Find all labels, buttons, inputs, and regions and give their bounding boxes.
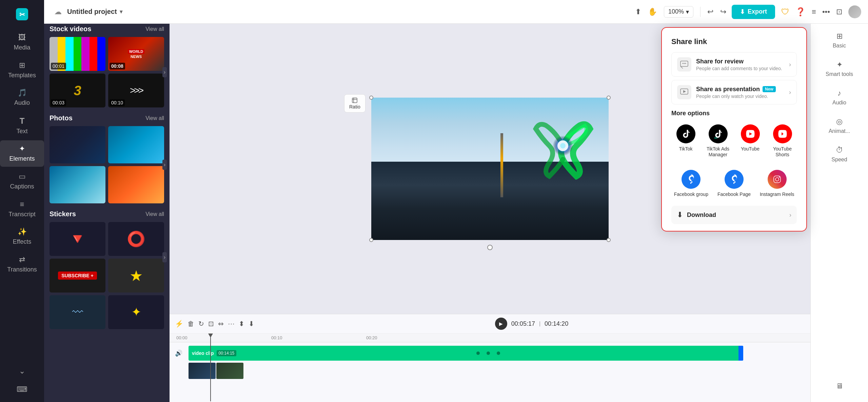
sidebar-item-elements[interactable]: ✦ Elements	[0, 140, 44, 167]
download-option[interactable]: ⬇ Download ›	[671, 206, 797, 224]
sticker-thumb-subscribe[interactable]: SUBSCRIBE +	[50, 259, 105, 293]
stickers-view-all[interactable]: View all	[145, 211, 164, 217]
crop-tool-icon[interactable]: ⊡	[208, 320, 214, 328]
platform-tiktok[interactable]: TikTok	[671, 121, 700, 161]
video-thumb-arrows[interactable]: >>> 00:10	[108, 74, 164, 107]
redo-icon[interactable]: ↪	[720, 7, 726, 16]
share-presentation-icon	[677, 85, 691, 99]
smart-tools-icon: ✦	[836, 60, 843, 69]
facebook-group-label: Facebook group	[674, 192, 708, 197]
right-item-basic[interactable]: ⊞ Basic	[811, 27, 868, 54]
expand-stickers-btn[interactable]: ›	[162, 252, 167, 262]
delete-tool-icon[interactable]: 🗑	[188, 320, 194, 328]
video-clip-bar[interactable]: video clip 00:14:15	[189, 346, 743, 361]
youtube-shorts-icon	[773, 124, 792, 143]
sticker-thumb-wave[interactable]: 〰	[50, 295, 105, 329]
svg-text:Biz: Biz	[714, 137, 717, 139]
sidebar-item-collapse[interactable]: ⌄	[0, 363, 44, 380]
handle-tl[interactable]	[369, 96, 373, 100]
app-logo[interactable]: ✂	[15, 7, 29, 21]
toolbar-icons: ⬆ ✋ 100% ▾ ↩ ↪	[635, 6, 726, 18]
photo-thumb-orange[interactable]	[108, 166, 164, 203]
loop-tool-icon[interactable]: ↻	[198, 320, 204, 328]
sidebar-item-text[interactable]: T Text	[0, 112, 44, 139]
platform-facebook-page[interactable]: Facebook Page	[714, 166, 754, 201]
volume-icon[interactable]: 🔊	[175, 349, 185, 357]
shield-icon[interactable]: 🛡	[781, 7, 789, 17]
photo-thumb-ocean[interactable]	[108, 126, 164, 163]
split-v-icon[interactable]: ⬍	[239, 320, 244, 328]
photos-view-all[interactable]: View all	[145, 115, 164, 121]
right-item-monitor[interactable]: 🖥	[811, 377, 868, 395]
handle-bl[interactable]	[369, 238, 373, 242]
avatar[interactable]	[848, 5, 861, 18]
ratio-button[interactable]: Ratio	[344, 94, 366, 113]
more-icon[interactable]: •••	[822, 7, 830, 16]
right-item-label: Basic	[833, 43, 846, 49]
ruler-mark-20: 00:20	[366, 335, 377, 340]
photos-grid: ›	[50, 126, 164, 203]
right-item-animate[interactable]: ◎ Animat...	[811, 113, 868, 139]
list-icon[interactable]: ≡	[812, 7, 816, 16]
stock-videos-view-all[interactable]: View all	[145, 26, 164, 32]
right-item-audio[interactable]: ♪ Audio	[811, 84, 868, 110]
flip-tool-icon[interactable]: ⇔	[218, 320, 224, 328]
sidebar-item-effects[interactable]: ✨ Effects	[0, 223, 44, 250]
svg-point-10	[683, 63, 684, 64]
share-for-review-option[interactable]: Share for review People can add comments…	[671, 52, 797, 77]
hand-tool-icon[interactable]: ✋	[648, 7, 657, 16]
sidebar-item-transcript[interactable]: ≡ Transcript	[0, 196, 44, 222]
share-title: Share link	[671, 37, 797, 46]
thumbnail-strip	[189, 363, 243, 379]
left-sidebar: ✂ 🖼 Media ⊞ Templates 🎵 Audio T Text ✦ E…	[0, 0, 44, 402]
photo-thumb-hair[interactable]	[50, 166, 105, 203]
stock-videos-grid: 00:01 WORLD NEWS 00:08 3 00:03 >>> 00:10…	[50, 37, 164, 107]
handle-br[interactable]	[607, 238, 611, 242]
zoom-control[interactable]: 100% ▾	[664, 6, 693, 18]
video-thumb-news[interactable]: WORLD NEWS 00:08	[108, 37, 164, 71]
right-audio-icon: ♪	[837, 89, 841, 98]
more-tools-icon[interactable]: ⋯	[228, 320, 235, 328]
layout-icon[interactable]: ⊡	[836, 7, 842, 16]
play-button[interactable]: ▶	[495, 318, 507, 330]
export-button[interactable]: ⬇ Export	[732, 5, 775, 19]
handle-tr[interactable]	[607, 96, 611, 100]
rotate-handle[interactable]	[487, 245, 493, 250]
right-item-smart-tools[interactable]: ✦ Smart tools	[811, 56, 868, 82]
expand-photos-btn[interactable]: ›	[162, 160, 167, 170]
sidebar-item-label: Media	[14, 44, 30, 52]
sidebar-item-media[interactable]: 🖼 Media	[0, 29, 44, 56]
sticker-thumb-redcircle[interactable]: ⭕	[108, 222, 164, 256]
select-tool-icon[interactable]: ⬆	[635, 7, 641, 16]
right-item-speed[interactable]: ⏱ Speed	[811, 141, 868, 167]
sticker-thumb-redarrow[interactable]: 🔻	[50, 222, 105, 256]
cloud-save-area: ☁	[54, 7, 62, 16]
project-name[interactable]: Untitled project ▾	[67, 8, 122, 16]
platform-tiktok-ads[interactable]: Biz TikTok Ads Manager	[704, 121, 732, 161]
platform-facebook-group[interactable]: Facebook group	[671, 166, 711, 201]
sidebar-item-templates[interactable]: ⊞ Templates	[0, 57, 44, 83]
split-tool-icon[interactable]: ⚡	[175, 320, 183, 328]
platform-youtube-shorts[interactable]: YouTube Shorts	[768, 121, 797, 161]
sidebar-item-audio[interactable]: 🎵 Audio	[0, 84, 44, 111]
sticker-thumb-star[interactable]: ★	[108, 259, 164, 293]
video-thumb-colorbars[interactable]: 00:01	[50, 37, 105, 71]
help-icon[interactable]: ❓	[795, 7, 806, 17]
tiktok-ads-label: TikTok Ads Manager	[705, 146, 731, 158]
video-thumb-gold[interactable]: 3 00:03	[50, 74, 105, 107]
sidebar-item-captions[interactable]: ▭ Captions	[0, 168, 44, 195]
stickers-title: Stickers	[50, 210, 76, 218]
download-icon: ⬇	[677, 210, 683, 219]
sticker-thumb-sparkle[interactable]: ✦	[108, 295, 164, 329]
share-presentation-text: Share as presentation New People can onl…	[696, 86, 784, 99]
share-as-presentation-option[interactable]: Share as presentation New People can onl…	[671, 80, 797, 104]
sidebar-item-transitions[interactable]: ⇄ Transitions	[0, 251, 44, 278]
platform-youtube[interactable]: YouTube	[736, 121, 765, 161]
photo-thumb-city[interactable]	[50, 126, 105, 163]
platform-instagram-reels[interactable]: Instagram Reels	[757, 166, 797, 201]
download-clip-icon[interactable]: ⬇	[249, 320, 254, 328]
expand-stock-videos-btn[interactable]: ›	[162, 67, 167, 77]
youtube-shorts-label: YouTube Shorts	[769, 146, 795, 158]
sidebar-item-settings[interactable]: ⌨	[0, 381, 44, 398]
undo-icon[interactable]: ↩	[707, 7, 713, 16]
